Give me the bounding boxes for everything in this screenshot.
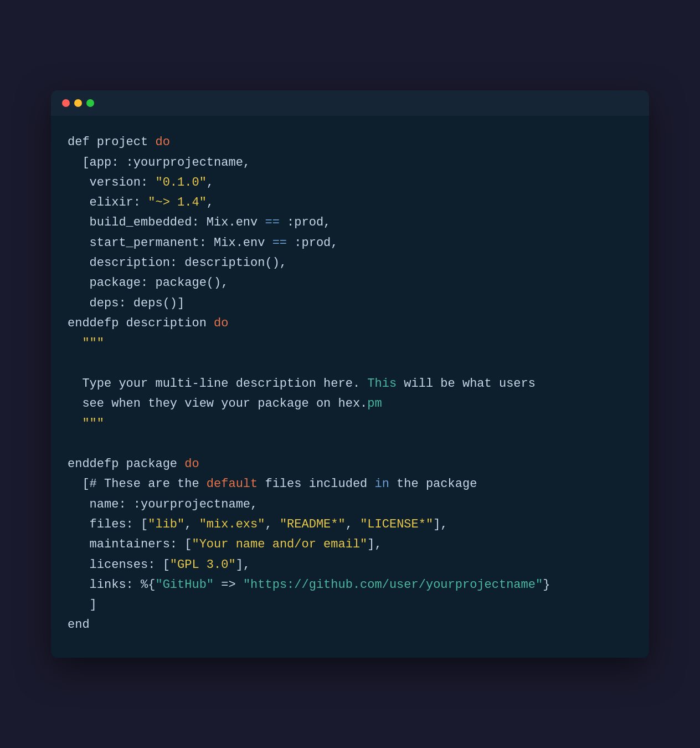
code-line-13: Type your multi-line description here. T… [68, 374, 632, 394]
code-line-7: description: description(), [68, 253, 632, 273]
code-line-18: [# These are the default files included … [68, 474, 632, 494]
code-line-21: maintainers: ["Your name and/or email"], [68, 535, 632, 555]
maximize-button[interactable] [86, 99, 94, 107]
code-line-9: deps: deps()] [68, 294, 632, 314]
code-line-1: def project do [68, 132, 632, 152]
code-line-12 [68, 354, 632, 374]
code-line-11: """ [68, 334, 632, 353]
code-line-3: version: "0.1.0", [68, 173, 632, 193]
code-window: def project do [app: :yourprojectname, v… [51, 90, 649, 657]
code-line-20: files: ["lib", "mix.exs", "README*", "LI… [68, 515, 632, 535]
code-line-6: start_permanent: Mix.env == :prod, [68, 233, 632, 253]
code-line-17: enddefp package do [68, 454, 632, 474]
close-button[interactable] [62, 99, 70, 107]
code-line-24: ] [68, 595, 632, 615]
code-line-15: """ [68, 414, 632, 434]
titlebar [51, 90, 649, 116]
code-line-22: licenses: ["GPL 3.0"], [68, 555, 632, 575]
code-line-19: name: :yourprojectname, [68, 495, 632, 515]
code-editor: def project do [app: :yourprojectname, v… [51, 116, 649, 657]
code-line-23: links: %{"GitHub" => "https://github.com… [68, 575, 632, 595]
code-line-8: package: package(), [68, 273, 632, 293]
code-line-16 [68, 434, 632, 454]
code-line-25: end [68, 615, 632, 635]
code-line-2: [app: :yourprojectname, [68, 153, 632, 173]
code-line-14: see when they view your package on hex.p… [68, 394, 632, 414]
minimize-button[interactable] [74, 99, 82, 107]
code-line-10: enddefp description do [68, 314, 632, 334]
code-line-5: build_embedded: Mix.env == :prod, [68, 213, 632, 233]
code-line-4: elixir: "~> 1.4", [68, 193, 632, 213]
